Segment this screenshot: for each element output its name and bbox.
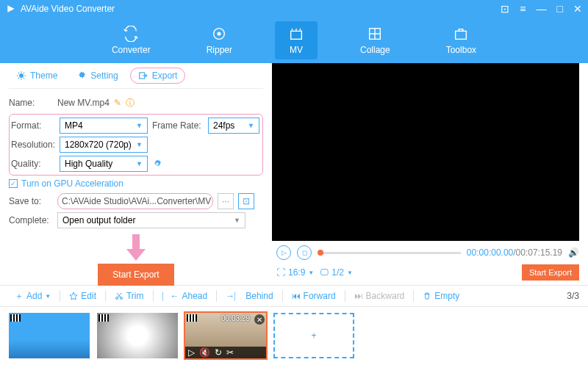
path-text: C:\AVAide Studio\AVAi...Converter\MV Exp…	[62, 196, 213, 206]
clip-toolbar: ＋Add▼ Edit Trim ⎸←Ahead →⎸Behind ⏮Forwar…	[0, 285, 588, 307]
app-logo: AVAide Video Converter	[6, 4, 115, 14]
tab-label: Theme	[30, 70, 57, 81]
tab-label: Export	[152, 70, 178, 81]
dd-value: 1280x720 (720p)	[65, 140, 132, 150]
clip-remove-icon[interactable]: ✕	[254, 314, 265, 325]
behind-button[interactable]: →⎸Behind	[220, 289, 279, 303]
time-display: 00:00:00.00/00:07:15.19	[467, 247, 562, 258]
resolution-dropdown[interactable]: 1280x720 (720p)▼	[60, 137, 148, 153]
nav-label: Converter	[112, 45, 151, 55]
nav-label: Ripper	[207, 45, 232, 55]
info-icon[interactable]: ⓘ	[126, 97, 135, 109]
format-label: Format:	[11, 120, 55, 131]
gpu-label: Turn on GPU Acceleration	[21, 178, 123, 189]
forward-button[interactable]: ⏮Forward	[286, 289, 342, 303]
saveto-path[interactable]: C:\AVAide Studio\AVAi...Converter\MV Exp…	[57, 193, 213, 209]
name-value: New MV.mp4	[57, 98, 110, 108]
nav-label: MV	[290, 45, 303, 55]
page-button[interactable]: 🖵1/2▼	[320, 267, 353, 278]
left-panel: Theme Setting Export Name: New MV.mp4 ✎ …	[0, 63, 272, 285]
start-export-small-button[interactable]: Start Export	[522, 264, 579, 281]
edit-name-icon[interactable]: ✎	[114, 98, 121, 108]
svg-rect-2	[291, 31, 302, 39]
titlebar: AVAide Video Converter ⊡ ≡ — □ ✕	[0, 0, 588, 18]
svg-point-5	[19, 73, 24, 78]
browse-button[interactable]: ···	[218, 193, 234, 209]
btn-label: Forward	[304, 291, 336, 301]
empty-button[interactable]: Empty	[417, 289, 465, 303]
arrow-down-icon	[125, 234, 147, 261]
btn-label: Behind	[245, 291, 273, 301]
nav-collage[interactable]: Collage	[347, 21, 404, 59]
clip-mute-icon[interactable]: 🔇	[199, 347, 210, 358]
backward-button[interactable]: ⏭Backward	[348, 289, 411, 303]
video-preview[interactable]	[272, 63, 579, 241]
btn-label: Backward	[366, 291, 405, 301]
svg-rect-9	[132, 234, 140, 249]
btn-label: Ahead	[182, 291, 208, 301]
add-button[interactable]: ＋Add▼	[9, 288, 57, 305]
quality-dropdown[interactable]: High Quality▼	[60, 156, 148, 172]
saveto-label: Save to:	[9, 196, 53, 206]
seek-slider[interactable]	[318, 252, 461, 254]
minimize-icon[interactable]: —	[537, 3, 547, 15]
right-panel: ▷ ◻ 00:00:00.00/00:07:15.19 🔊 ⛶16:9▼ 🖵1/…	[272, 63, 588, 285]
stop-button[interactable]: ◻	[297, 245, 312, 260]
feedback-icon[interactable]: ⊡	[501, 3, 509, 15]
close-icon[interactable]: ✕	[573, 3, 582, 15]
nav-ripper[interactable]: Ripper	[193, 21, 245, 59]
clip-loop-icon[interactable]: ↻	[215, 347, 222, 358]
btn-label: Add	[26, 291, 42, 301]
edit-button[interactable]: Edit	[63, 289, 102, 303]
open-folder-button[interactable]: ⊡	[238, 193, 254, 209]
advanced-settings-icon[interactable]	[152, 159, 162, 169]
quality-label: Quality:	[11, 159, 55, 169]
trim-button[interactable]: Trim	[109, 289, 150, 303]
clip-controls-bar: ▷ 🔇 ↻ ✂	[185, 347, 266, 358]
clip-trim-icon[interactable]: ✂	[226, 347, 234, 358]
time-current: 00:00:00.00	[467, 247, 513, 258]
btn-label: Edit	[81, 291, 96, 301]
clip-3[interactable]: 00:03:29 ✕ ▷ 🔇 ↻ ✂	[185, 313, 266, 358]
clip-duration: 00:03:29	[221, 314, 250, 322]
tab-export[interactable]: Export	[130, 68, 186, 84]
add-clip-button[interactable]: +	[273, 313, 354, 358]
complete-dropdown[interactable]: Open output folder▼	[57, 212, 245, 228]
complete-label: Complete:	[9, 215, 53, 225]
gpu-checkbox[interactable]: ✓ Turn on GPU Acceleration	[9, 178, 263, 189]
clip-2[interactable]	[97, 313, 178, 358]
clip-play-icon[interactable]: ▷	[188, 347, 195, 358]
tab-setting[interactable]: Setting	[69, 68, 125, 83]
aspect-ratio-button[interactable]: ⛶16:9▼	[276, 267, 314, 278]
svg-point-1	[218, 32, 220, 35]
clip-strip: 00:03:29 ✕ ▷ 🔇 ↻ ✂ +	[0, 307, 588, 364]
play-button[interactable]: ▷	[276, 245, 291, 260]
menu-icon[interactable]: ≡	[520, 3, 526, 15]
volume-icon[interactable]: 🔊	[568, 247, 579, 258]
maximize-icon[interactable]: □	[557, 3, 563, 15]
page-value: 1/2	[331, 267, 344, 278]
tab-theme[interactable]: Theme	[9, 68, 65, 83]
navbar: Converter Ripper MV Collage Toolbox	[0, 18, 588, 63]
svg-point-8	[156, 162, 159, 165]
dd-value: MP4	[65, 120, 83, 131]
clip-counter: 3/3	[567, 291, 579, 301]
format-dropdown[interactable]: MP4▼	[60, 118, 148, 134]
time-total: /00:07:15.19	[513, 247, 562, 258]
svg-rect-4	[456, 31, 467, 39]
nav-mv[interactable]: MV	[275, 21, 318, 59]
dd-value: High Quality	[65, 159, 112, 169]
nav-converter[interactable]: Converter	[98, 21, 164, 59]
btn-label: Empty	[434, 291, 459, 301]
ahead-button[interactable]: ⎸←Ahead	[157, 289, 214, 303]
btn-label: Trim	[126, 291, 144, 301]
clip-1[interactable]	[9, 313, 90, 358]
start-export-button[interactable]: Start Export	[98, 264, 173, 286]
aspect-value: 16:9	[288, 267, 305, 278]
nav-toolbox[interactable]: Toolbox	[433, 21, 490, 59]
resolution-label: Resolution:	[11, 140, 55, 150]
framerate-dropdown[interactable]: 24fps▼	[208, 118, 259, 134]
nav-label: Toolbox	[446, 45, 476, 55]
nav-label: Collage	[360, 45, 390, 55]
framerate-label: Frame Rate:	[152, 120, 204, 131]
